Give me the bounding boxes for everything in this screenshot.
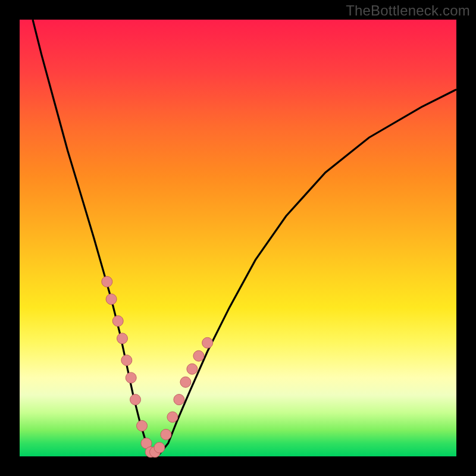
- data-point: [167, 412, 178, 422]
- data-point: [193, 350, 204, 361]
- plot-area: [20, 20, 456, 456]
- watermark-text: TheBottleneck.com: [346, 2, 470, 19]
- data-point: [187, 364, 198, 374]
- data-point: [112, 316, 123, 327]
- data-point: [202, 337, 213, 348]
- data-point: [106, 294, 117, 305]
- data-point: [102, 276, 112, 287]
- data-point: [117, 333, 128, 344]
- data-point: [154, 442, 165, 453]
- data-point: [121, 355, 132, 366]
- data-point: [130, 394, 141, 405]
- data-point: [161, 429, 171, 440]
- curve-svg: [20, 20, 456, 456]
- data-point: [126, 372, 136, 383]
- data-point: [180, 377, 191, 387]
- data-point-markers: [102, 276, 213, 457]
- data-point: [174, 394, 184, 405]
- data-point: [137, 421, 148, 431]
- chart-frame: TheBottleneck.com: [0, 0, 476, 476]
- bottleneck-curve: [33, 20, 456, 454]
